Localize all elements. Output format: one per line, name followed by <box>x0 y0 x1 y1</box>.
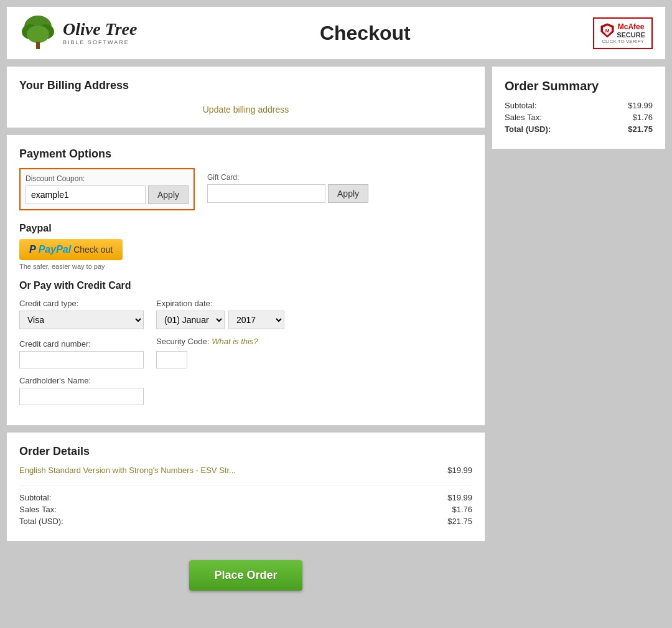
svg-text:M: M <box>605 28 610 34</box>
mcafee-shield-icon: M <box>600 23 614 38</box>
paypal-section: Paypal P PayPal Check out The safer, eas… <box>19 223 472 270</box>
cc-number-group: Credit card number: <box>19 339 144 368</box>
summary-tax-label: Sales Tax: <box>505 113 542 122</box>
payment-section-title: Payment Options <box>19 148 472 161</box>
exp-year-select[interactable]: 2017 2018 2019 2020 <box>228 311 284 329</box>
coupon-gift-row: Discount Coupon: Apply Gift Card: Apply <box>19 168 472 210</box>
order-summary-card: Order Summary Subtotal: $19.99 Sales Tax… <box>492 66 666 149</box>
main-layout: Your Billing Address Update billing addr… <box>6 66 666 597</box>
order-details-card: Order Details English Standard Version w… <box>6 432 485 541</box>
place-order-section: Place Order <box>6 548 485 597</box>
order-totals: Subtotal: $19.99 Sales Tax: $1.76 Total … <box>19 485 472 526</box>
exp-date-group: Expiration date: (01) January (02) Febru… <box>156 299 284 329</box>
cardholder-label: Cardholder's Name: <box>19 376 144 385</box>
page-wrapper: Olive Tree Bible Software Checkout M McA… <box>6 6 666 597</box>
paypal-p-icon: P <box>29 244 36 255</box>
mcafee-secure-label: SECURE <box>617 31 645 39</box>
coupon-section: Discount Coupon: Apply <box>19 168 195 210</box>
gift-card-section: Gift Card: Apply <box>207 168 368 210</box>
mcafee-click-label: CLICK TO VERIFY <box>600 39 645 44</box>
coupon-input-row: Apply <box>26 185 189 204</box>
svg-rect-4 <box>36 42 40 49</box>
place-order-button[interactable]: Place Order <box>189 560 302 591</box>
cc-type-exp-row: Credit card type: Visa MasterCard Americ… <box>19 299 472 329</box>
gift-card-input-row: Apply <box>207 184 368 203</box>
logo-area: Olive Tree Bible Software <box>19 14 137 52</box>
summary-subtotal-value: $19.99 <box>628 101 653 110</box>
payment-options-card: Payment Options Discount Coupon: Apply G… <box>6 134 485 426</box>
logo-icon <box>19 14 57 52</box>
summary-tax-value: $1.76 <box>632 113 653 122</box>
summary-total-row: Total (USD): $21.75 <box>505 124 653 134</box>
cardholder-group: Cardholder's Name: <box>19 376 144 405</box>
logo-brand-name: Olive Tree <box>63 21 137 38</box>
billing-address-card: Your Billing Address Update billing addr… <box>6 66 485 128</box>
paypal-checkout-button[interactable]: P PayPal Check out <box>19 239 123 260</box>
cc-type-label: Credit card type: <box>19 299 144 308</box>
summary-total-value: $21.75 <box>628 124 653 134</box>
mcafee-label: McAfee <box>617 22 645 31</box>
order-item-link[interactable]: English Standard Version with Strong's N… <box>19 466 435 475</box>
cc-type-select[interactable]: Visa MasterCard American Express Discove… <box>19 311 144 329</box>
order-tax-row: Sales Tax: $1.76 <box>19 505 472 514</box>
order-tax-label: Sales Tax: <box>19 505 57 514</box>
security-code-group: Security Code: What is this? <box>156 337 258 368</box>
order-total-row-final: Total (USD): $21.75 <box>19 517 472 526</box>
cc-number-input[interactable] <box>19 351 144 368</box>
coupon-apply-button[interactable]: Apply <box>148 185 189 204</box>
summary-tax-row: Sales Tax: $1.76 <box>505 113 653 122</box>
order-item-price: $19.99 <box>447 466 472 475</box>
exp-date-selects: (01) January (02) February (03) March (0… <box>156 311 284 329</box>
svg-point-3 <box>27 26 49 43</box>
page-title: Checkout <box>137 22 593 45</box>
exp-date-label: Expiration date: <box>156 299 284 308</box>
summary-total-label: Total (USD): <box>505 124 551 134</box>
left-column: Your Billing Address Update billing addr… <box>6 66 485 597</box>
security-code-input[interactable] <box>156 351 187 368</box>
right-column: Order Summary Subtotal: $19.99 Sales Tax… <box>492 66 666 149</box>
order-tax-value: $1.76 <box>452 505 472 514</box>
coupon-input[interactable] <box>26 185 146 204</box>
order-total-label: Total (USD): <box>19 517 63 526</box>
order-total-value: $21.75 <box>447 517 472 526</box>
cc-type-group: Credit card type: Visa MasterCard Americ… <box>19 299 144 329</box>
what-is-this-link[interactable]: What is this? <box>212 337 258 346</box>
order-details-title: Order Details <box>19 445 472 458</box>
summary-subtotal-label: Subtotal: <box>505 101 536 110</box>
order-subtotal-label: Subtotal: <box>19 493 51 502</box>
security-label-row: Security Code: What is this? <box>156 337 258 346</box>
logo-text-area: Olive Tree Bible Software <box>63 21 137 45</box>
update-billing-link[interactable]: Update billing address <box>19 105 472 115</box>
order-subtotal-row: Subtotal: $19.99 <box>19 493 472 502</box>
cardholder-input[interactable] <box>19 388 144 405</box>
summary-subtotal-row: Subtotal: $19.99 <box>505 101 653 110</box>
exp-month-select[interactable]: (01) January (02) February (03) March (0… <box>156 311 225 329</box>
cc-number-label: Credit card number: <box>19 339 144 349</box>
security-code-label: Security Code: <box>156 337 209 346</box>
paypal-section-label: Paypal <box>19 223 472 234</box>
header: Olive Tree Bible Software Checkout M McA… <box>6 6 666 60</box>
gift-card-label: Gift Card: <box>207 173 368 182</box>
mcafee-badge[interactable]: M McAfee SECURE CLICK TO VERIFY <box>593 17 653 49</box>
logo-subtitle: Bible Software <box>63 39 137 45</box>
cardholder-row: Cardholder's Name: <box>19 376 472 405</box>
order-item-row: English Standard Version with Strong's N… <box>19 466 472 475</box>
credit-card-section-label: Or Pay with Credit Card <box>19 280 472 291</box>
gift-card-input[interactable] <box>207 184 325 203</box>
credit-card-section: Or Pay with Credit Card Credit card type… <box>19 280 472 405</box>
gift-card-apply-button[interactable]: Apply <box>328 184 368 203</box>
paypal-checkout-text: Check out <box>73 245 113 255</box>
paypal-pal-text: PayPal <box>39 244 71 255</box>
coupon-label: Discount Coupon: <box>26 174 189 183</box>
order-subtotal-value: $19.99 <box>447 493 472 502</box>
paypal-tagline: The safer, easier way to pay <box>19 263 472 270</box>
billing-section-title: Your Billing Address <box>19 79 472 92</box>
cc-number-security-row: Credit card number: Security Code: What … <box>19 337 472 368</box>
order-summary-title: Order Summary <box>505 79 653 93</box>
